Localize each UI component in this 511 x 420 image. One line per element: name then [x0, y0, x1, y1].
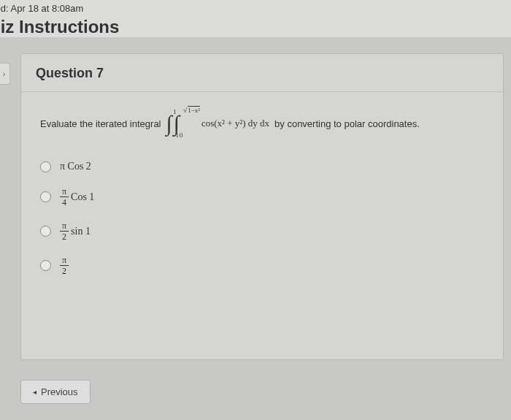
- timestamp: ted: Apr 18 at 8:08am: [0, 3, 511, 14]
- previous-label: Previous: [41, 386, 78, 397]
- side-nav-toggle[interactable]: ›: [0, 63, 10, 85]
- option-label: π 2 sin 1: [60, 221, 91, 241]
- options-group: π Cos 2 π 4 Cos 1 π 2: [40, 161, 488, 275]
- integrand: cos(x² + y²) dy dx: [201, 118, 269, 129]
- fraction: π 2: [60, 256, 69, 275]
- option-3[interactable]: π 2 sin 1: [40, 221, 488, 241]
- option-2[interactable]: π 4 Cos 1: [40, 187, 488, 207]
- instructions-title: uiz Instructions: [0, 17, 511, 37]
- radio-icon[interactable]: [40, 226, 51, 237]
- option-label: π 4 Cos 1: [60, 187, 94, 207]
- question-body: Evaluate the iterated integral ∫ 1 −1 ∫ …: [21, 92, 503, 290]
- radio-icon[interactable]: [40, 161, 51, 172]
- fraction: π 4: [60, 187, 69, 207]
- integral-icon: ∫: [174, 111, 180, 135]
- question-card: Question 7 Evaluate the iterated integra…: [20, 53, 504, 360]
- fraction: π 2: [60, 221, 69, 241]
- inner-upper-limit: √1−x²: [183, 107, 200, 114]
- inner-integral: ∫ √1−x² 0: [174, 112, 180, 134]
- option-1[interactable]: π Cos 2: [40, 161, 488, 172]
- option-label: π Cos 2: [60, 161, 91, 172]
- radio-icon[interactable]: [40, 260, 51, 271]
- inner-lower-limit: 0: [180, 131, 183, 139]
- option-4[interactable]: π 2: [40, 256, 488, 275]
- prompt-pre-text: Evaluate the iterated integral: [40, 118, 161, 129]
- page-header: ted: Apr 18 at 8:08am uiz Instructions: [0, 0, 511, 37]
- chevron-left-icon: ◂: [33, 388, 36, 396]
- previous-button[interactable]: ◂ Previous: [20, 380, 91, 404]
- question-number: Question 7: [21, 54, 503, 92]
- question-prompt: Evaluate the iterated integral ∫ 1 −1 ∫ …: [40, 112, 488, 134]
- integral-icon: ∫: [166, 111, 172, 135]
- integral-expression: ∫ 1 −1 ∫ √1−x² 0 cos(x² + y²) dy dx: [166, 112, 270, 134]
- radio-icon[interactable]: [40, 191, 51, 202]
- outer-integral: ∫ 1 −1: [166, 112, 172, 134]
- option-label: π 2: [60, 256, 71, 275]
- prompt-post-text: by converting to polar coordinates.: [274, 118, 420, 129]
- chevron-right-icon: ›: [3, 69, 6, 78]
